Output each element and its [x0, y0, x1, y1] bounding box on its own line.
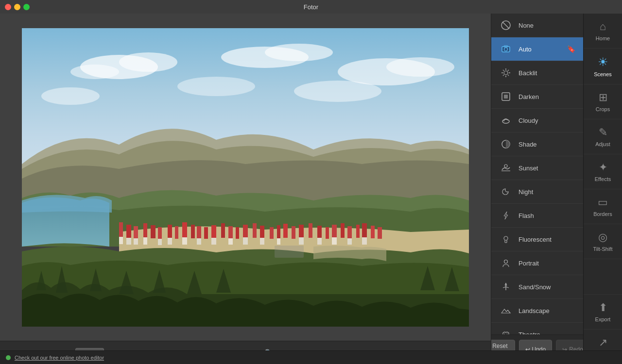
svg-point-84 — [504, 165, 507, 167]
svg-rect-34 — [299, 225, 304, 238]
nav-export-label: Export — [595, 316, 611, 322]
scene-icon-darken — [499, 90, 513, 103]
scene-icon-landscape — [499, 304, 513, 317]
scene-item-theatre[interactable]: Theatre — [491, 323, 583, 334]
svg-rect-27 — [243, 225, 248, 238]
svg-rect-31 — [277, 225, 280, 238]
scene-item-shade[interactable]: Shade — [491, 132, 583, 156]
scene-label-cloudy: Cloudy — [518, 117, 538, 124]
scene-icon-theatre — [499, 328, 513, 334]
scene-icon-cloudy — [499, 114, 513, 127]
scenes-icon: ☀ — [598, 55, 608, 69]
svg-rect-55 — [243, 237, 248, 245]
scene-item-fluorescent[interactable]: Fluorescent — [491, 228, 583, 251]
scene-label-theatre: Theatre — [518, 331, 540, 335]
svg-rect-18 — [175, 226, 178, 239]
svg-rect-26 — [236, 227, 239, 239]
svg-point-9 — [177, 77, 255, 96]
svg-point-10 — [294, 81, 381, 102]
svg-rect-12 — [126, 225, 131, 238]
svg-rect-58 — [299, 237, 304, 245]
scene-icon-auto — [499, 42, 513, 56]
photo-canvas[interactable] — [22, 28, 469, 327]
scene-label-none: None — [518, 22, 534, 29]
scene-label-shade: Shade — [518, 141, 537, 148]
minimize-button[interactable] — [14, 4, 20, 10]
svg-line-74 — [503, 70, 504, 71]
maximize-button[interactable] — [23, 4, 30, 10]
scene-item-auto[interactable]: Auto🔖 — [491, 37, 583, 61]
scene-label-fluorescent: Fluorescent — [518, 236, 552, 243]
svg-rect-19 — [182, 222, 187, 238]
crops-icon: ⊞ — [599, 91, 607, 104]
svg-rect-28 — [253, 223, 257, 238]
scene-item-darken[interactable]: Darken — [491, 85, 583, 109]
nav-item-crops[interactable]: ⊞ Crops — [584, 84, 622, 119]
scene-icon-backlit — [499, 66, 513, 80]
scene-item-cloudy[interactable]: Cloudy — [491, 109, 583, 132]
adjust-icon: ✎ — [599, 126, 607, 139]
scene-item-backlit[interactable]: Backlit — [491, 61, 583, 85]
scene-icon-sandsnow — [499, 280, 513, 294]
scene-label-sunset: Sunset — [518, 165, 538, 172]
svg-point-86 — [504, 260, 508, 264]
nav-item-effects[interactable]: ✦ Effects — [584, 154, 622, 189]
image-container — [0, 14, 491, 341]
titlebar: Fotor — [0, 0, 622, 14]
nav-item-borders[interactable]: ▭ Borders — [584, 189, 622, 224]
scene-item-flash[interactable]: Flash — [491, 204, 583, 228]
export-icon: ⬆ — [599, 301, 607, 314]
svg-rect-39 — [341, 223, 345, 238]
status-link[interactable]: Check out our free online photo editor — [15, 355, 104, 361]
scene-label-auto: Auto — [518, 46, 532, 53]
scene-item-sandsnow[interactable]: Sand/Snow — [491, 275, 583, 299]
scenes-list[interactable]: NoneAuto🔖BacklitDarkenCloudyShadeSunsetN… — [491, 14, 583, 334]
scene-label-landscape: Landscape — [518, 307, 550, 314]
scene-icon-night — [499, 185, 513, 199]
svg-rect-61 — [347, 238, 352, 245]
scene-item-night[interactable]: Night — [491, 180, 583, 204]
svg-rect-38 — [332, 225, 337, 238]
tiltshift-icon: ◎ — [598, 231, 607, 244]
effects-icon: ✦ — [599, 161, 607, 174]
svg-rect-20 — [191, 225, 195, 238]
svg-rect-56 — [260, 238, 264, 245]
svg-rect-44 — [378, 227, 382, 239]
photo-svg — [22, 28, 469, 327]
svg-line-76 — [508, 70, 509, 71]
svg-rect-24 — [221, 223, 225, 238]
scene-icon-fluorescent — [499, 232, 513, 246]
svg-rect-17 — [168, 225, 172, 238]
svg-rect-46 — [126, 238, 131, 245]
nav-item-tiltshift[interactable]: ◎ Tilt-Shift — [584, 224, 622, 259]
svg-point-80 — [502, 119, 509, 123]
svg-rect-36 — [317, 226, 322, 238]
scene-label-flash: Flash — [518, 212, 534, 219]
scene-label-sandsnow: Sand/Snow — [518, 283, 551, 291]
svg-rect-49 — [158, 239, 162, 245]
borders-icon: ▭ — [598, 196, 608, 209]
nav-item-export[interactable]: ⬆ Export — [584, 294, 622, 329]
svg-rect-33 — [292, 226, 295, 239]
svg-rect-37 — [326, 227, 329, 239]
nav-item-scenes[interactable]: ☀ Scenes — [584, 49, 622, 84]
svg-point-7 — [386, 57, 454, 77]
nav-effects-label: Effects — [595, 176, 611, 182]
svg-rect-22 — [204, 227, 208, 239]
right-nav: ⌂ Home ☀ Scenes ⊞ Crops ✎ Adjust ✦ Effec… — [583, 14, 622, 364]
svg-point-69 — [504, 71, 508, 75]
nav-item-adjust[interactable]: ✎ Adjust — [584, 119, 622, 154]
scene-item-sunset[interactable]: Sunset — [491, 156, 583, 180]
scene-item-landscape[interactable]: Landscape — [491, 299, 583, 323]
scene-icon-shade — [499, 137, 513, 151]
svg-rect-35 — [309, 223, 312, 238]
svg-rect-62 — [362, 237, 367, 245]
nav-item-home[interactable]: ⌂ Home — [584, 14, 622, 49]
scene-item-portrait[interactable]: Portrait — [491, 251, 583, 275]
svg-rect-13 — [134, 226, 138, 238]
scene-item-none[interactable]: None — [491, 14, 583, 37]
close-button[interactable] — [5, 4, 11, 10]
svg-point-85 — [504, 236, 508, 240]
svg-rect-16 — [158, 227, 162, 239]
svg-rect-41 — [356, 225, 360, 238]
